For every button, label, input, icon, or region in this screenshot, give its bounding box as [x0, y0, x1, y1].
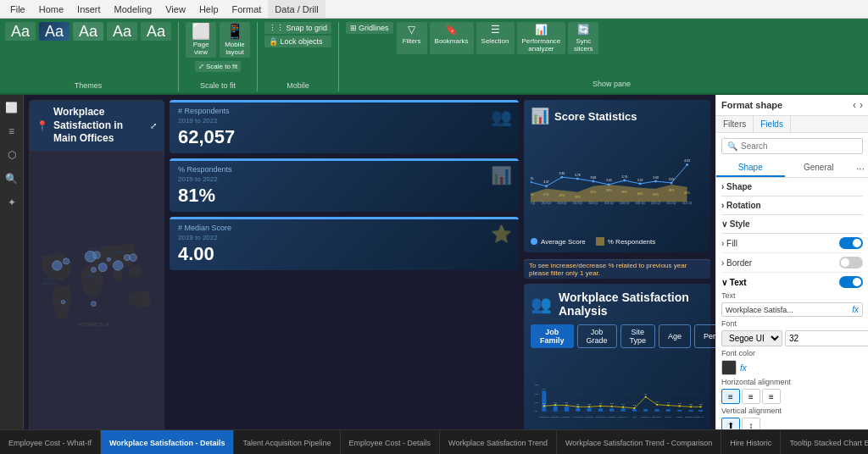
menu-data-drill[interactable]: Data / Drill — [268, 0, 325, 18]
ribbon-group-themes: Aa Aa Aa Aa Aa Themes — [5, 22, 179, 91]
scale-label: Scale to fit — [200, 81, 236, 91]
svg-text:2021 Q1: 2021 Q1 — [651, 202, 661, 205]
svg-text:2020 Q2: 2020 Q2 — [604, 202, 615, 205]
gridlines-btn[interactable]: ⊞ Gridlines — [346, 22, 393, 34]
filter-site-type[interactable]: Site Type — [620, 324, 656, 348]
right-panel-next-btn[interactable]: › — [860, 99, 863, 111]
tab-workplace-satisfaction[interactable]: Workplace Satisfaction - Details — [101, 430, 234, 454]
tab-tooltip-stacked[interactable]: Tooltip Stacked Chart ECO — [781, 430, 868, 454]
map-icon: 📍 — [36, 120, 48, 131]
align-right-btn[interactable]: ≡ — [762, 389, 781, 404]
panel-filters-tab[interactable]: Filters — [716, 116, 754, 132]
performance-btn[interactable]: 📊 Performanceanalyzer — [517, 22, 566, 54]
shape-section-header[interactable]: › Shape — [721, 178, 863, 197]
tab-employee-cost[interactable]: Employee Cost - What-If — [0, 430, 101, 454]
svg-text:3.47: 3.47 — [543, 180, 549, 184]
border-toggle[interactable] — [839, 257, 863, 269]
menu-modeling[interactable]: Modeling — [108, 0, 159, 18]
svg-point-114 — [92, 267, 97, 272]
filters-btn[interactable]: ▽ Filters — [397, 22, 427, 54]
search-input[interactable] — [741, 141, 857, 151]
v-align-top-btn[interactable]: ⬆ — [721, 418, 740, 429]
svg-text:3.74: 3.74 — [621, 175, 627, 179]
menu-file[interactable]: File — [3, 0, 32, 18]
more-options-btn[interactable]: ··· — [853, 159, 868, 177]
svg-marker-0 — [531, 185, 687, 202]
mobile-layout-btn[interactable]: 📱 Mobilelayout — [220, 22, 250, 58]
svg-text:2019 Q2: 2019 Q2 — [542, 202, 552, 205]
world-map-svg: ANTARCTICA NORTH AMERICA EUROPE AFRICA A… — [30, 151, 164, 429]
sidebar-icon-5[interactable]: ✦ — [3, 193, 21, 212]
theme-icon-3: Aa — [79, 24, 97, 39]
fill-toggle[interactable] — [839, 237, 863, 249]
svg-text:NORTH: NORTH — [43, 278, 54, 281]
selection-btn[interactable]: ☰ Selection — [476, 22, 515, 54]
panel-fields-tab[interactable]: Fields — [754, 116, 791, 132]
font-size-input[interactable] — [785, 330, 868, 346]
font-color-fx-btn[interactable]: fx — [740, 363, 747, 373]
theme-btn-5[interactable]: Aa — [141, 22, 171, 41]
svg-point-117 — [113, 260, 122, 269]
menu-view[interactable]: View — [159, 0, 192, 18]
text-input[interactable]: Workplace Satisfa... fx — [721, 302, 863, 317]
style-section-header[interactable]: ∨ Style — [721, 215, 863, 234]
text-toggle[interactable] — [839, 276, 863, 288]
svg-text:3.40: 3.40 — [606, 179, 612, 182]
bar-business — [689, 410, 693, 412]
svg-text:4K: 4K — [599, 406, 602, 408]
svg-point-53 — [543, 405, 545, 407]
menu-home[interactable]: Home — [32, 0, 70, 18]
svg-point-66 — [690, 406, 692, 407]
page-view-btn[interactable]: ⬜ Pageview — [186, 22, 216, 58]
menu-format[interactable]: Format — [225, 0, 269, 18]
right-panel-prev-btn[interactable]: ‹ — [853, 99, 856, 111]
filter-job-family[interactable]: Job Family — [531, 324, 574, 348]
menu-insert[interactable]: Insert — [70, 0, 108, 18]
snap-grid-btn[interactable]: ⋮⋮ Snap to grid — [264, 22, 331, 34]
legend-pct-dot — [596, 237, 604, 246]
sidebar-icon-1[interactable]: ⬜ — [3, 98, 21, 117]
sidebar-icon-3[interactable]: ⬡ — [3, 146, 21, 164]
theme-btn-3[interactable]: Aa — [73, 22, 103, 41]
analysis-title: Workplace Satisfaction Analysis — [559, 291, 704, 318]
bookmarks-btn[interactable]: 🔖 Bookmarks — [430, 22, 474, 54]
sync-slicers-btn[interactable]: 🔄 Syncslicers — [568, 22, 598, 54]
theme-btn-2[interactable]: Aa — [39, 22, 70, 41]
scale-to-fit-btn[interactable]: ⤢ Scale to fit — [195, 61, 242, 72]
svg-point-2 — [545, 185, 548, 187]
rotation-section-header[interactable]: › Rotation — [721, 197, 863, 215]
svg-text:2020 Q4: 2020 Q4 — [636, 202, 646, 205]
svg-point-60 — [622, 407, 624, 408]
theme-icon-5: Aa — [147, 24, 165, 39]
svg-text:HSE: HSE — [632, 416, 637, 418]
tab-ws-trend[interactable]: Workplace Satisfaction Trend — [440, 430, 557, 454]
theme-btn-1[interactable]: Aa — [5, 22, 36, 41]
svg-point-121 — [130, 254, 137, 262]
tab-hire-historic[interactable]: Hire Historic — [721, 430, 781, 454]
filter-performance[interactable]: Performance — [694, 324, 715, 348]
tab-talent-acquisition[interactable]: Talent Acquisition Pipeline — [234, 430, 340, 454]
tab-ws-trend-comparison[interactable]: Workplace Satisfaction Trend - Compariso… — [557, 430, 721, 454]
align-center-btn[interactable]: ≡ — [742, 389, 760, 404]
selection-label: Selection — [481, 37, 509, 45]
theme-btn-4[interactable]: Aa — [107, 22, 137, 41]
font-color-swatch[interactable] — [721, 360, 737, 375]
svg-text:4.0: 4.0 — [599, 402, 603, 405]
sidebar-icon-4[interactable]: 🔍 — [3, 169, 21, 188]
menu-help[interactable]: Help — [192, 0, 225, 18]
map-expand-btn[interactable]: ⤢ — [150, 121, 157, 130]
shape-tab[interactable]: Shape — [716, 159, 785, 177]
sidebar-icon-2[interactable]: ≡ — [3, 122, 21, 141]
filter-job-grade[interactable]: Job Grade — [577, 324, 617, 348]
filter-age[interactable]: Age — [659, 324, 691, 348]
svg-text:81%: 81% — [684, 191, 690, 195]
v-align-mid-btn[interactable]: ↕ — [742, 418, 760, 429]
kpi-respondents-icon: 👥 — [491, 107, 512, 127]
format-sections: › Shape › Rotation ∨ Style › Fill › Bord… — [716, 178, 868, 429]
font-family-select[interactable]: Segoe UI — [721, 330, 782, 346]
lock-objects-btn[interactable]: 🔒 Lock objects — [264, 36, 331, 47]
general-tab[interactable]: General — [785, 159, 854, 177]
tab-employee-cost-details[interactable]: Employee Cost - Details — [341, 430, 441, 454]
align-left-btn[interactable]: ≡ — [721, 389, 740, 404]
text-fx-btn[interactable]: fx — [852, 305, 859, 314]
